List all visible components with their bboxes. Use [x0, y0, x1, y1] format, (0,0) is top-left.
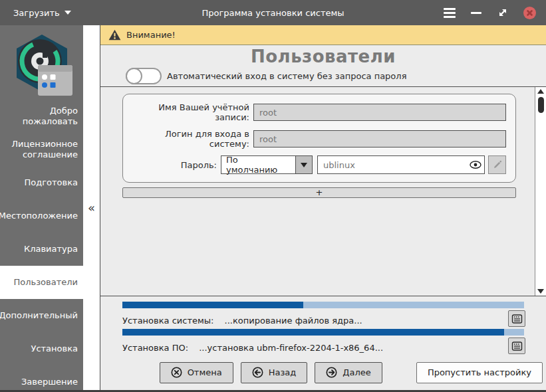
system-progress-bar: [122, 302, 524, 308]
password-input-wrap: [317, 155, 485, 174]
fullname-row: Имя Вашей учётной записи:: [132, 102, 506, 122]
chevron-down-icon: [301, 163, 307, 167]
sidebar-item-welcome[interactable]: Добро пожаловать: [0, 100, 83, 133]
users-content: Имя Вашей учётной записи: Логин для вход…: [100, 87, 535, 296]
user-account-panel: Имя Вашей учётной записи: Логин для вход…: [122, 94, 516, 183]
software-progress-fill: [122, 329, 504, 336]
sidebar-item-location[interactable]: Местоположение: [0, 199, 83, 233]
menu-button[interactable]: [442, 5, 457, 20]
toggle-knob: [126, 68, 142, 84]
sidebar-item-keyboard[interactable]: Клавиатура: [0, 233, 83, 266]
page-title: Пользователи: [100, 47, 546, 66]
login-label: Логин для входа в систему:: [132, 129, 253, 149]
warning-text: Внимание!: [126, 30, 176, 40]
password-label: Пароль:: [181, 160, 221, 170]
autologin-toggle[interactable]: [126, 68, 162, 84]
warning-banner: Внимание!: [100, 25, 546, 45]
chevron-down-icon: [65, 11, 71, 15]
sidebar: Добро пожаловать Лицензионное соглашение…: [0, 25, 83, 390]
close-icon: [523, 7, 536, 19]
password-mode-value: По умолчанию: [221, 156, 295, 173]
login-row: Логин для входа в систему:: [132, 129, 506, 149]
system-log-button[interactable]: [508, 310, 525, 327]
sidebar-item-license[interactable]: Лицензионное соглашение: [0, 133, 83, 166]
installer-steps-nav: Добро пожаловать Лицензионное соглашение…: [0, 100, 83, 392]
hamburger-icon: [444, 8, 456, 18]
sidebar-item-finish[interactable]: Завершение: [0, 365, 83, 392]
load-button[interactable]: Загрузить: [0, 0, 80, 25]
sidebar-collapse-strip: «: [83, 25, 100, 390]
minimize-button[interactable]: [469, 5, 483, 20]
software-progress-row: Установка ПО: ...установка ubm-firefox-2…: [122, 329, 524, 354]
main-panel: Внимание! Пользователи Автоматический вх…: [100, 25, 546, 390]
footer-buttons: Отмена Назад Далее: [100, 359, 546, 390]
next-label: Далее: [342, 367, 370, 377]
sidebar-item-additional[interactable]: Дополнительный: [0, 299, 83, 332]
system-progress-row: Установка системы: ...копирование файлов…: [122, 302, 524, 327]
fullname-label: Имя Вашей учётной записи:: [132, 102, 253, 122]
cancel-label: Отмена: [188, 367, 222, 377]
show-password-button[interactable]: [467, 156, 484, 173]
scroll-down-icon[interactable]: [537, 289, 544, 294]
warning-icon: [108, 29, 121, 41]
maximize-button[interactable]: [495, 5, 510, 20]
edit-password-button[interactable]: [488, 155, 506, 174]
software-log-button[interactable]: [508, 338, 525, 354]
autologin-row: Автоматический вход в систему без запрос…: [100, 68, 546, 84]
back-button[interactable]: Назад: [241, 362, 308, 383]
installer-logo: [0, 25, 83, 100]
load-button-label: Загрузить: [13, 8, 60, 18]
progress-section: Установка системы: ...копирование файлов…: [100, 296, 546, 359]
log-icon: [511, 341, 523, 351]
skip-setup-label: Пропустить настройку: [428, 367, 531, 377]
password-mode-select[interactable]: По умолчанию: [221, 155, 313, 174]
system-progress-label: Установка системы:: [122, 316, 213, 326]
close-button[interactable]: [522, 5, 537, 20]
titlebar: Загрузить Программа установки системы: [0, 0, 546, 25]
back-label: Назад: [269, 367, 297, 377]
add-user-button[interactable]: +: [122, 187, 516, 198]
fullname-field[interactable]: [253, 104, 506, 121]
back-circle-icon: [252, 367, 263, 378]
eye-icon: [470, 161, 481, 169]
system-progress-fill: [122, 302, 303, 308]
cancel-circle-icon: [171, 367, 182, 378]
login-field[interactable]: [253, 130, 506, 147]
cancel-button[interactable]: Отмена: [160, 362, 233, 383]
software-progress-bar: [122, 329, 524, 336]
users-scroll-area: Имя Вашей учётной записи: Логин для вход…: [100, 86, 546, 296]
sidebar-item-users[interactable]: Пользователи: [0, 266, 83, 299]
autologin-label: Автоматический вход в систему без запрос…: [167, 71, 406, 81]
expand-icon: [497, 7, 509, 19]
password-row: Пароль: По умолчанию: [132, 155, 506, 174]
log-icon: [511, 314, 523, 324]
page-header: Пользователи Автоматический вход в систе…: [100, 45, 546, 86]
system-progress-status: ...копирование файлов ядра...: [225, 316, 362, 326]
select-arrow-button[interactable]: [295, 156, 312, 173]
minimize-icon: [471, 12, 481, 14]
pencil-icon: [492, 160, 502, 170]
software-progress-label: Установка ПО:: [122, 343, 188, 353]
logo-window: [38, 65, 72, 96]
sidebar-item-preparation[interactable]: Подготовка: [0, 166, 83, 199]
window-controls: [442, 5, 546, 20]
skip-setup-button[interactable]: Пропустить настройку: [416, 362, 543, 383]
password-field[interactable]: [318, 160, 467, 170]
collapse-sidebar-icon[interactable]: «: [88, 201, 95, 215]
next-button[interactable]: Далее: [315, 362, 382, 383]
scrollbar-thumb[interactable]: [538, 97, 544, 113]
sidebar-item-installation[interactable]: Установка: [0, 332, 83, 365]
next-circle-icon: [326, 367, 337, 378]
scroll-up-icon[interactable]: [537, 89, 544, 94]
software-progress-status: ...установка ubm-firefox-2204-1-x86_64..…: [199, 343, 383, 353]
installer-window: Загрузить Программа установки системы: [0, 0, 546, 392]
vertical-scrollbar[interactable]: [535, 87, 546, 296]
